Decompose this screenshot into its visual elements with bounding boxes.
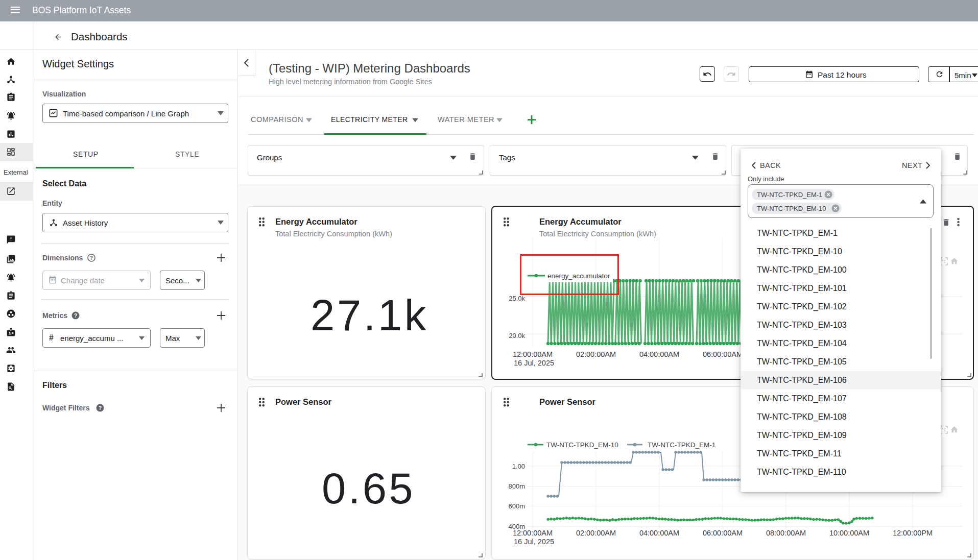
svg-text:TW-NTC-TPKD_EM-10: TW-NTC-TPKD_EM-10 (546, 441, 618, 449)
svg-text:04:00:00AM: 04:00:00AM (639, 350, 679, 358)
svg-text:1.00: 1.00 (512, 462, 525, 470)
svg-text:12:00:00AM: 12:00:00AM (513, 529, 553, 537)
svg-text:TW-NTC-TPKD_EM-1: TW-NTC-TPKD_EM-1 (648, 441, 715, 449)
svg-text:20.0k: 20.0k (509, 332, 525, 339)
svg-text:08:00:00AM: 08:00:00AM (766, 529, 806, 537)
svg-text:02:00:00AM: 02:00:00AM (576, 350, 616, 358)
svg-text:10:00:00AM: 10:00:00AM (829, 529, 869, 537)
svg-text:?: ? (90, 255, 93, 261)
svg-text:25.0k: 25.0k (509, 295, 525, 302)
svg-text:800m: 800m (508, 482, 525, 490)
svg-text:12:00:00PM: 12:00:00PM (893, 529, 933, 537)
svg-text:16 Jul, 2025: 16 Jul, 2025 (514, 538, 554, 546)
svg-text:02:00:00AM: 02:00:00AM (576, 529, 616, 537)
svg-text:600m: 600m (508, 502, 525, 510)
svg-text:12:00:00AM: 12:00:00AM (513, 350, 553, 358)
svg-text:06:00:00AM: 06:00:00AM (703, 529, 743, 537)
svg-text:04:00:00AM: 04:00:00AM (639, 529, 679, 537)
svg-text:?: ? (99, 405, 102, 411)
svg-text:?: ? (74, 313, 77, 319)
svg-text:06:00:00AM: 06:00:00AM (703, 350, 743, 358)
svg-text:16 Jul, 2025: 16 Jul, 2025 (514, 359, 554, 367)
